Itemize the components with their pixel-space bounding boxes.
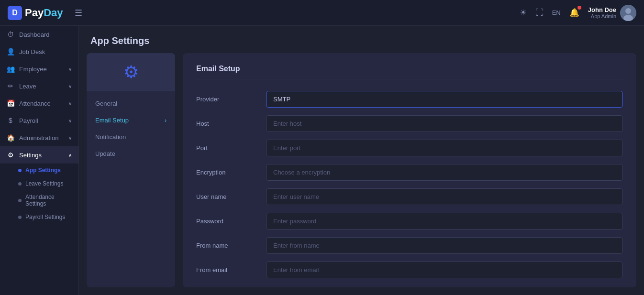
- settings-icon: ⚙: [7, 151, 14, 159]
- chevron-down-icon: ∨: [68, 118, 72, 123]
- menu-update[interactable]: Update: [87, 145, 175, 162]
- input-encryption[interactable]: [266, 164, 623, 181]
- form-row-password: Password: [196, 213, 623, 229]
- form-row-username: User name: [196, 188, 623, 205]
- avatar[interactable]: [620, 5, 636, 21]
- topnav: D PayDay ☰ ☀ ⛶ EN 🔔 John Doe App Admin: [0, 0, 644, 26]
- page-title: App Settings: [79, 26, 644, 53]
- form-row-encryption: Encryption: [196, 164, 623, 181]
- input-username[interactable]: [266, 188, 623, 205]
- input-provider[interactable]: [266, 91, 623, 108]
- sidebar-label-attendance: Attendance: [19, 100, 51, 107]
- chevron-down-icon: ∨: [68, 84, 72, 89]
- notification-badge: [577, 6, 581, 10]
- label-provider: Provider: [196, 96, 258, 103]
- sidebar-item-attendance[interactable]: 📅 Attendance ∨: [0, 95, 78, 112]
- sidebar-item-settings[interactable]: ⚙ Settings ∧: [0, 146, 78, 164]
- sidebar-label-settings: Settings: [19, 152, 42, 159]
- sidebar-item-payroll[interactable]: $ Payroll ∨: [0, 112, 78, 129]
- user-menu[interactable]: John Doe App Admin: [588, 5, 636, 21]
- input-host[interactable]: [266, 115, 623, 132]
- form-row-from-email: From email: [196, 262, 623, 278]
- notification-icon[interactable]: 🔔: [569, 8, 579, 18]
- jobdesk-icon: 👤: [7, 48, 14, 55]
- label-from-name: From name: [196, 242, 258, 249]
- sidebar-sub-payroll-settings[interactable]: Payroll Settings: [13, 210, 78, 224]
- sub-label-payroll-settings: Payroll Settings: [25, 214, 65, 220]
- sidebar-item-administration[interactable]: 🏠 Administration ∨: [0, 129, 78, 146]
- employee-icon: 👥: [7, 65, 14, 73]
- label-password: Password: [196, 218, 258, 225]
- form-actions: Save: [196, 286, 623, 287]
- sub-label-leave-settings: Leave Settings: [25, 180, 63, 187]
- sidebar-sub-leave-settings[interactable]: Leave Settings: [13, 177, 78, 190]
- label-username: User name: [196, 193, 258, 200]
- dot-icon: [18, 169, 22, 172]
- sub-label-attendance-settings: Attendance Settings: [25, 194, 72, 207]
- fullscreen-icon[interactable]: ⛶: [535, 8, 544, 18]
- menu-notification-label: Notification: [95, 133, 126, 141]
- sidebar-label-payroll: Payroll: [19, 117, 38, 124]
- form-row-host: Host: [196, 115, 623, 132]
- sidebar-item-dashboard[interactable]: ⏱ Dashboard: [0, 26, 78, 43]
- label-host: Host: [196, 120, 258, 127]
- logo-text: PayDay: [25, 7, 63, 19]
- input-port[interactable]: [266, 140, 623, 156]
- theme-icon[interactable]: ☀: [520, 8, 527, 18]
- sidebar-label-leave: Leave: [19, 83, 36, 90]
- sidebar-label-dashboard: Dashboard: [19, 31, 50, 38]
- dot-icon: [18, 199, 22, 202]
- menu-update-label: Update: [95, 150, 115, 157]
- payroll-icon: $: [7, 117, 14, 124]
- sidebar-label-administration: Administration: [19, 134, 58, 142]
- main-layout: ⏱ Dashboard 👤 Job Desk 👥 Employee ∨ ✏ Le…: [0, 26, 644, 295]
- label-port: Port: [196, 144, 258, 152]
- input-from-email[interactable]: [266, 262, 623, 278]
- sub-label-app-settings: App Settings: [25, 167, 61, 174]
- hamburger-icon[interactable]: ☰: [75, 8, 82, 18]
- form-title: Email Setup: [196, 65, 623, 79]
- language-selector[interactable]: EN: [552, 9, 561, 16]
- content-body: ⚙ General Email Setup › Notification Upd…: [79, 53, 644, 295]
- menu-email-setup-label: Email Setup: [95, 117, 129, 124]
- user-info: John Doe App Admin: [588, 6, 616, 19]
- sidebar-item-jobdesk[interactable]: 👤 Job Desk: [0, 43, 78, 60]
- dashboard-icon: ⏱: [7, 31, 14, 38]
- sidebar-sub-attendance-settings[interactable]: Attendance Settings: [13, 190, 78, 210]
- email-setup-panel: Email Setup Provider Host Port: [183, 53, 636, 287]
- menu-notification[interactable]: Notification: [87, 129, 175, 145]
- label-from-email: From email: [196, 266, 258, 273]
- gear-icon-large: ⚙: [123, 62, 139, 82]
- user-role: App Admin: [588, 13, 616, 19]
- label-encryption: Encryption: [196, 169, 258, 176]
- sidebar-item-employee[interactable]: 👥 Employee ∨: [0, 60, 78, 77]
- sidebar-sub-app-settings[interactable]: App Settings: [13, 164, 78, 177]
- menu-general[interactable]: General: [87, 95, 175, 112]
- chevron-down-icon: ∨: [68, 66, 72, 72]
- chevron-down-icon: ∨: [68, 101, 72, 106]
- settings-submenu: App Settings Leave Settings Attendance S…: [0, 164, 78, 224]
- menu-general-label: General: [95, 100, 117, 107]
- panel-header: ⚙: [87, 53, 175, 91]
- user-name: John Doe: [588, 6, 616, 13]
- chevron-up-icon: ∧: [68, 153, 72, 158]
- chevron-right-icon: ›: [165, 117, 167, 124]
- input-from-name[interactable]: [266, 237, 623, 254]
- administration-icon: 🏠: [7, 134, 14, 142]
- form-row-provider: Provider: [196, 91, 623, 108]
- form-row-port: Port: [196, 140, 623, 156]
- app-logo[interactable]: D PayDay: [8, 6, 63, 20]
- main-content: App Settings ⚙ General Email Setup › Not…: [79, 26, 644, 295]
- logo-icon: D: [8, 6, 22, 20]
- input-password[interactable]: [266, 213, 623, 229]
- leave-icon: ✏: [7, 82, 14, 90]
- sidebar-label-employee: Employee: [19, 66, 47, 73]
- chevron-down-icon: ∨: [68, 135, 72, 141]
- settings-left-panel: ⚙ General Email Setup › Notification Upd…: [87, 53, 175, 287]
- settings-menu: General Email Setup › Notification Updat…: [87, 91, 175, 166]
- dot-icon: [18, 216, 22, 219]
- topnav-right: ☀ ⛶ EN 🔔 John Doe App Admin: [520, 5, 636, 21]
- menu-email-setup[interactable]: Email Setup ›: [87, 112, 175, 129]
- sidebar-item-leave[interactable]: ✏ Leave ∨: [0, 77, 78, 95]
- attendance-icon: 📅: [7, 99, 14, 107]
